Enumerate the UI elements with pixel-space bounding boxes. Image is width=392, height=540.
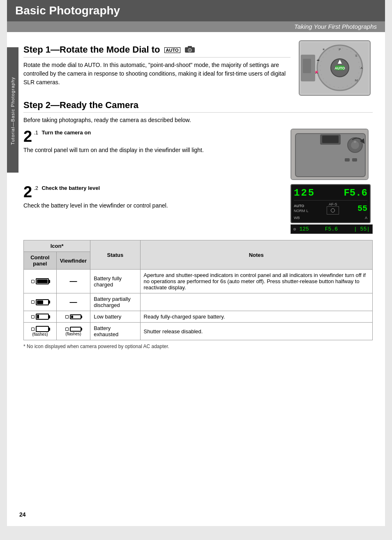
side-tab: Tutorial—Basic Photography xyxy=(7,49,18,173)
control-icon-empty: (flashes) xyxy=(24,323,57,340)
battery-table: Icon* Status Notes Control panel Viewfin… xyxy=(23,240,373,340)
vf-l-label: L xyxy=(307,209,309,213)
svg-text:P: P xyxy=(339,48,341,51)
svg-text:⛰: ⛰ xyxy=(317,58,320,61)
substep1-image xyxy=(291,129,373,180)
vf-focus-circle xyxy=(331,208,335,212)
control-icon-full xyxy=(24,270,57,293)
vf-top-row: 125 F5.6 xyxy=(294,187,367,201)
substep2-image: 125 F5.6 AUTO NORM L AF-S xyxy=(291,184,373,234)
substep2-content: 2 .2 Check the battery level Check the b… xyxy=(23,184,286,210)
table-vf-header: Viewfinder xyxy=(56,252,90,270)
svg-text:☀: ☀ xyxy=(322,48,325,51)
camera-icon xyxy=(184,45,195,55)
auto-superscript: AUTO xyxy=(166,48,179,53)
vf-norm-label: NORM xyxy=(294,209,305,213)
table-status-header: Status xyxy=(90,240,140,270)
vf-icon-empty: (flashes) xyxy=(56,323,90,340)
substep1-title: Turn the camera on xyxy=(42,129,91,136)
vf-strip-ss: ⊙ 125 xyxy=(293,226,309,232)
svg-point-5 xyxy=(189,49,191,51)
substep1-label-block: .1 Turn the camera on xyxy=(34,129,91,136)
substep2-heading-row: 2 .2 Check the battery level xyxy=(23,184,286,200)
svg-rect-28 xyxy=(345,158,350,162)
substep2-number: 2 xyxy=(23,184,32,200)
svg-rect-3 xyxy=(188,46,192,48)
camera-back-image xyxy=(291,129,369,180)
notes-full: Aperture and shutter-speed indicators in… xyxy=(140,270,372,293)
step1-text: Step 1—Rotate the Mode Dial to AUTO Rota… xyxy=(23,40,291,91)
vf-center-block: AF-S xyxy=(327,202,339,215)
svg-rect-29 xyxy=(352,158,357,162)
step2-heading: Step 2—Ready the Camera xyxy=(23,100,373,113)
auto-icon: AUTO xyxy=(164,47,180,53)
vf-strip: ⊙ 125 F5.6 | 55| xyxy=(291,224,373,234)
vf-icon-dash2: — xyxy=(56,293,90,311)
svg-rect-24 xyxy=(322,136,339,143)
step1-body: Rotate the mode dial to AUTO. In this au… xyxy=(23,61,291,87)
table-row: (flashes) (flashes) xyxy=(24,323,373,340)
vf-left-labels: AUTO NORM L xyxy=(294,204,309,213)
vf-auto-label: AUTO xyxy=(294,204,309,208)
status-full: Battery fully charged xyxy=(90,270,140,293)
status-partial: Battery partially discharged xyxy=(90,293,140,311)
substep2-title: Check the battery level xyxy=(42,185,100,191)
notes-partial xyxy=(140,293,372,311)
substep1-num-label: .1 xyxy=(34,129,38,136)
vf-ss-main: 55 xyxy=(357,204,367,213)
vf-shutter: 125 xyxy=(294,187,315,198)
table-row: Low battery Ready fully-charged spare ba… xyxy=(24,311,373,323)
vf-afs-label: AF-S xyxy=(329,202,337,206)
table-footnote: * No icon displayed when camera powered … xyxy=(23,344,373,349)
svg-point-27 xyxy=(354,141,356,143)
viewfinder-display: 125 F5.6 AUTO NORM L AF-S xyxy=(291,184,371,223)
notes-exhausted: Shutter release disabled. xyxy=(140,323,372,340)
substep2-num-label: .2 xyxy=(34,185,38,191)
substep1-body: The control panel will turn on and the d… xyxy=(23,146,286,155)
svg-rect-20 xyxy=(303,59,311,73)
svg-text:S: S xyxy=(355,54,357,58)
subtitle-text: Taking Your First Photographs xyxy=(294,23,377,30)
subtitle-bar: Taking Your First Photographs xyxy=(7,21,385,32)
substep1-heading: 2 .1 Turn the camera on xyxy=(23,129,286,144)
vf-flashes-label: (flashes) xyxy=(65,332,81,336)
control-flashes-label: (flashes) xyxy=(32,332,48,337)
step1-image: P S A M ☀ ⛰ 🌺 AUTO xyxy=(299,40,373,96)
control-icon-partial xyxy=(24,293,57,311)
status-low: Low battery xyxy=(90,311,140,323)
vf-aperture: F5.6 xyxy=(344,187,367,198)
svg-text:A: A xyxy=(360,66,363,70)
substep1-section: 2 .1 Turn the camera on The control pane… xyxy=(23,129,373,180)
vf-a-label: A xyxy=(365,216,367,220)
step2-intro: Before taking photographs, ready the cam… xyxy=(23,116,373,125)
table-row: — Battery partially discharged xyxy=(24,293,373,311)
vf-focus-box xyxy=(327,206,339,215)
page-header: Basic Photography xyxy=(7,0,385,21)
step1-section: Step 1—Rotate the Mode Dial to AUTO Rota… xyxy=(23,40,373,96)
vf-icon-dash1: — xyxy=(56,270,90,293)
camera-dial-image: P S A M ☀ ⛰ 🌺 AUTO xyxy=(299,40,371,96)
svg-text:M: M xyxy=(355,78,358,82)
side-tab-label: Tutorial—Basic Photography xyxy=(10,77,15,145)
vf-strip-ap: F5.6 xyxy=(325,226,338,232)
status-exhausted: Battery exhausted xyxy=(90,323,140,340)
page-title: Basic Photography xyxy=(15,4,120,17)
substep1-content: 2 .1 Turn the camera on The control pane… xyxy=(23,129,286,155)
substep2-section: 2 .2 Check the battery level Check the b… xyxy=(23,184,373,234)
step1-heading: Step 1—Rotate the Mode Dial to AUTO xyxy=(23,44,291,58)
table-row: — Battery fully charged Aperture and shu… xyxy=(24,270,373,293)
vf-icons-row: NORM L xyxy=(294,209,309,213)
vf-strip-val: | 55| xyxy=(354,226,370,232)
table-icon-header: Icon* xyxy=(24,240,90,252)
vf-mid-row: AUTO NORM L AF-S 55 xyxy=(294,202,367,215)
svg-text:AUTO: AUTO xyxy=(334,66,345,70)
substep1-number: 2 xyxy=(23,129,32,144)
vf-icon-low xyxy=(56,311,90,323)
vf-wb-label: WB xyxy=(294,216,300,220)
page: Basic Photography Taking Your First Phot… xyxy=(7,0,385,526)
main-content: Step 1—Rotate the Mode Dial to AUTO Rota… xyxy=(7,32,385,358)
table-control-header: Control panel xyxy=(24,252,57,270)
vf-wb-row: WB A xyxy=(294,216,367,220)
table-notes-header: Notes xyxy=(140,240,372,270)
substep2-body: Check the battery level in the viewfinde… xyxy=(23,201,286,210)
